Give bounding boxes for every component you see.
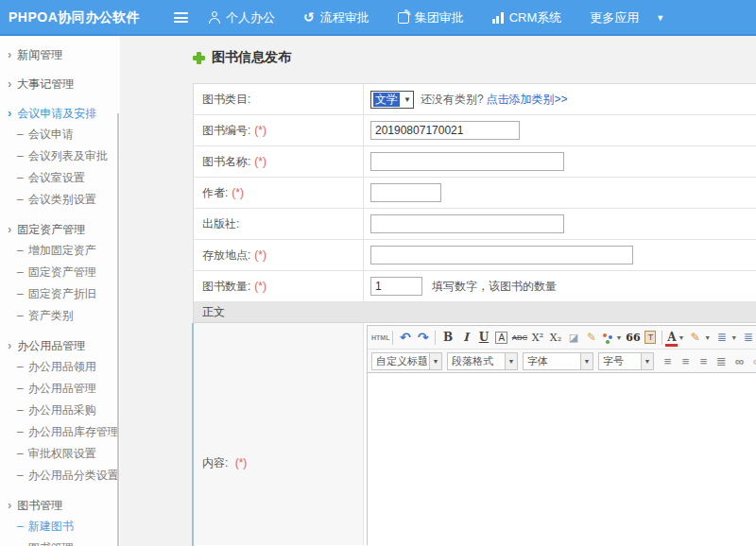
sidebar-item-new-book[interactable]: –新建图书 bbox=[0, 516, 120, 537]
caret-down-icon: ▼ bbox=[656, 13, 664, 23]
unlink-icon[interactable]: ∞ bbox=[748, 350, 756, 372]
font-color-icon[interactable]: A bbox=[665, 331, 678, 347]
sidebar-item-supplies-claim[interactable]: –办公用品领用 bbox=[0, 356, 120, 378]
field-label: 作者: bbox=[202, 186, 228, 199]
format-brush-icon[interactable]: ✎ bbox=[582, 327, 600, 349]
underline-icon[interactable]: U bbox=[474, 327, 492, 349]
location-input[interactable] bbox=[370, 246, 633, 264]
nav-item-more-apps[interactable]: 更多应用 ▼ bbox=[590, 9, 664, 26]
justify-icon[interactable]: ≣ bbox=[713, 350, 730, 372]
align-right-icon[interactable]: ≡ bbox=[695, 350, 713, 372]
font-family-select[interactable]: 字体▼ bbox=[523, 352, 593, 370]
select-arrow-icon: ▼ bbox=[641, 353, 653, 369]
field-label: 图书名称: bbox=[202, 155, 250, 168]
sidebar-item-add-asset[interactable]: –增加固定资产 bbox=[0, 240, 120, 262]
sidebar-item-asset-depreciation[interactable]: –固定资产折旧 bbox=[0, 283, 120, 305]
sidebar-scrollbar[interactable] bbox=[117, 113, 119, 546]
author-input[interactable] bbox=[370, 183, 441, 202]
content-row-left-border bbox=[192, 323, 194, 546]
align-center-icon[interactable]: ≡ bbox=[677, 350, 695, 372]
chevron-right-icon: › bbox=[8, 47, 11, 61]
crm-chart-icon bbox=[492, 12, 504, 24]
eraser-icon[interactable]: ◪ bbox=[564, 327, 582, 349]
nav-item-crm[interactable]: CRM系统 bbox=[492, 9, 562, 26]
sidebar-item-approval-permission[interactable]: –审批权限设置 bbox=[0, 443, 120, 465]
sidebar-group-events[interactable]: ›大事记管理 bbox=[0, 73, 120, 94]
subscript-icon[interactable]: X₂ bbox=[546, 327, 564, 349]
caret-down-icon[interactable]: ▼ bbox=[678, 334, 684, 341]
category-hint: 还没有类别? bbox=[421, 92, 484, 108]
select-arrow-icon: ▼ bbox=[580, 353, 593, 369]
sidebar-item-meeting-apply[interactable]: –会议申请 bbox=[0, 124, 120, 145]
publisher-input[interactable] bbox=[370, 214, 564, 233]
nav-item-process-approval[interactable]: ↺ 流程审批 bbox=[303, 9, 369, 26]
required-marker: (*) bbox=[232, 186, 244, 199]
nav-label: CRM系统 bbox=[509, 9, 562, 26]
sidebar-item-supplies-purchase[interactable]: –办公用品采购 bbox=[0, 400, 120, 421]
caret-down-icon[interactable]: ▼ bbox=[730, 334, 737, 341]
link-icon[interactable]: ∞ bbox=[730, 350, 748, 372]
sidebar-group-meeting[interactable]: ›会议申请及安排 bbox=[0, 102, 120, 124]
html-source-button[interactable]: HTML bbox=[371, 327, 389, 349]
category-select[interactable]: 文学 ▼ bbox=[370, 91, 414, 109]
scrawl-icon[interactable] bbox=[601, 331, 614, 344]
sidebar-item-supplies-stock[interactable]: –办公用品库存管理 bbox=[0, 421, 120, 443]
form-row-content: 内容: (*) HTML ↶ ↷ B I U A ABC bbox=[194, 323, 756, 545]
sidebar-item-book-manage[interactable]: –图书管理 bbox=[0, 537, 120, 546]
caret-down-icon[interactable]: ▼ bbox=[615, 334, 622, 341]
sidebar-group-news[interactable]: ›新闻管理 bbox=[0, 43, 120, 65]
sidebar-item-meeting-room[interactable]: –会议室设置 bbox=[0, 167, 120, 189]
sidebar-item-supplies-category[interactable]: –办公用品分类设置 bbox=[0, 465, 120, 486]
required-marker: (*) bbox=[254, 248, 266, 262]
sidebar-item-meeting-list[interactable]: –会议列表及审批 bbox=[0, 145, 120, 167]
nav-item-personal-office[interactable]: 个人办公 bbox=[208, 9, 275, 26]
quantity-input[interactable] bbox=[370, 277, 422, 296]
font-border-icon[interactable]: A bbox=[495, 332, 507, 344]
book-number-input[interactable] bbox=[370, 121, 520, 140]
nav-item-group-approval[interactable]: ✎ 集团审批 bbox=[398, 9, 464, 26]
italic-icon[interactable]: I bbox=[456, 327, 474, 349]
nav-label: 个人办公 bbox=[226, 9, 275, 26]
paste-plain-icon[interactable]: T bbox=[644, 331, 656, 344]
sidebar-item-supplies-manage[interactable]: –办公用品管理 bbox=[0, 378, 120, 400]
select-arrow-icon: ▼ bbox=[429, 353, 441, 369]
caret-down-icon[interactable]: ▼ bbox=[704, 334, 711, 341]
ordered-list-icon[interactable]: ≣ bbox=[713, 327, 730, 349]
font-size-select[interactable]: 字号▼ bbox=[598, 352, 654, 370]
process-approval-icon: ↺ bbox=[303, 11, 315, 24]
form-row-quantity: 图书数量:(*) 填写数字，该图书的数量 bbox=[194, 271, 756, 302]
custom-title-select[interactable]: 自定义标题▼ bbox=[371, 352, 442, 370]
align-left-icon[interactable]: ≡ bbox=[659, 350, 677, 372]
sidebar-item-asset-category[interactable]: –资产类别 bbox=[0, 305, 120, 327]
form-row-publisher: 出版社: bbox=[194, 209, 756, 240]
bold-icon[interactable]: B bbox=[438, 327, 456, 349]
required-marker: (*) bbox=[254, 155, 266, 168]
sidebar-group-office-supplies[interactable]: ›办公用品管理 bbox=[0, 334, 120, 356]
chevron-right-icon: › bbox=[8, 338, 11, 352]
editor-content-area[interactable] bbox=[368, 373, 756, 545]
field-label: 出版社: bbox=[202, 217, 239, 230]
sidebar-group-fixed-assets[interactable]: ›固定资产管理 bbox=[0, 218, 120, 240]
editor-toolbar-row2: 自定义标题▼ 段落格式▼ 字体▼ 字号▼ ≡ ≡ ≡ ≣ ∞ ∞ bbox=[368, 350, 756, 373]
sidebar-item-asset-manage[interactable]: –固定资产管理 bbox=[0, 262, 120, 283]
hamburger-menu-icon[interactable] bbox=[174, 12, 188, 24]
redo-icon[interactable]: ↷ bbox=[414, 327, 432, 349]
blockquote-icon[interactable]: 66 bbox=[624, 327, 642, 349]
field-label: 图书编号: bbox=[202, 124, 250, 137]
sidebar-group-books[interactable]: ›图书管理 bbox=[0, 494, 120, 516]
chevron-right-icon: › bbox=[8, 77, 11, 91]
undo-icon[interactable]: ↶ bbox=[396, 327, 414, 349]
sidebar-item-meeting-category[interactable]: –会议类别设置 bbox=[0, 189, 120, 211]
strikethrough-icon[interactable]: ABC bbox=[510, 327, 528, 349]
form-row-author: 作者:(*) bbox=[194, 178, 756, 209]
book-name-input[interactable] bbox=[370, 152, 564, 171]
add-category-link[interactable]: 点击添加类别>> bbox=[487, 92, 568, 108]
page-title: 图书信息发布 bbox=[193, 49, 291, 66]
unordered-list-icon[interactable]: ≣ bbox=[739, 327, 756, 349]
app-logo: PHPOA协同办公软件 bbox=[9, 0, 140, 35]
main-content: 图书信息发布 图书类目: 文学 ▼ 还没有类别? 点击添加类别>> 图书编号:(… bbox=[120, 36, 756, 546]
superscript-icon[interactable]: X² bbox=[528, 327, 546, 349]
paragraph-format-select[interactable]: 段落格式▼ bbox=[447, 352, 518, 370]
highlight-icon[interactable]: ✎ bbox=[686, 327, 704, 349]
chevron-right-icon: › bbox=[8, 106, 11, 120]
